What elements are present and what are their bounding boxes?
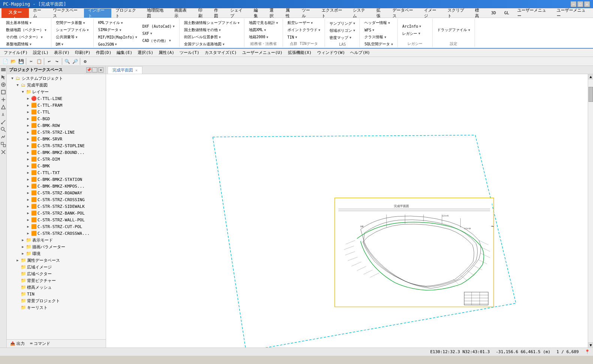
tree-c-bmk[interactable]: ▶ 🟧 C-BMK [7, 163, 105, 169]
scroll-thumb[interactable] [589, 87, 593, 102]
tree-c-ttl-txt[interactable]: ▶ 🟧 C-TTL-TXT [7, 169, 105, 176]
toggle-c-bmk-station[interactable]: ▶ [25, 177, 31, 182]
toggle-kansei[interactable]: ▼ [15, 82, 20, 88]
toggle-c-str-cut[interactable]: ▶ [25, 224, 31, 229]
tab-gl[interactable]: GL [500, 9, 513, 18]
tree-c-bmk-station[interactable]: ▶ 🟧 C-BMK-BMKZ-STATION [7, 176, 105, 183]
menu-usermenu[interactable]: ユーザーメニュー(U) [240, 49, 285, 57]
btn-class-info[interactable]: クラス情報 ▼ [362, 34, 395, 40]
toggle-c-str-stopline[interactable]: ▶ [25, 143, 31, 148]
toggle-c-bmk-row[interactable]: ▶ [25, 123, 31, 128]
tree-c-str-crossing[interactable]: ▶ 🟧 C-STR-STRZ-CROSSING [7, 196, 105, 203]
btn-other-vector[interactable]: その他（ベクター） ▼ [4, 34, 49, 40]
btn-chizu-xml[interactable]: 地図XML ▼ [247, 27, 280, 33]
toolbar-open[interactable]: 📂 [9, 58, 17, 65]
btn-sima[interactable]: SIMAデータ ▼ [96, 27, 139, 33]
left-icon-7[interactable]: A [0, 112, 6, 118]
left-icon-1[interactable] [0, 67, 6, 73]
left-icon-9[interactable] [0, 127, 6, 133]
toggle-c-bmk[interactable]: ▶ [25, 163, 31, 169]
tab-image[interactable]: イメージ [420, 9, 443, 18]
btn-output[interactable]: 📤 出力 [8, 340, 27, 347]
toolbar-redo[interactable]: ↪ [53, 58, 61, 65]
menu-extend[interactable]: 拡張機能(X) [286, 49, 314, 57]
btn-cad-other[interactable]: CAD（その他） ▼ [140, 37, 177, 44]
btn-kiban-chizu[interactable]: 基盤地図情報 ▼ [4, 41, 49, 48]
btn-tin[interactable]: TIN ▼ [285, 34, 323, 40]
tree-c-str-stopline[interactable]: ▶ 🟧 C-STR-STRZ-STOPLINE [7, 142, 105, 149]
toggle-c-bmk-kmpost[interactable]: ▶ [25, 183, 31, 189]
menu-help[interactable]: ヘルプ(H) [348, 49, 372, 57]
tab-gsi[interactable]: 地理院地図 [143, 9, 170, 18]
tab-start[interactable]: スタート [1, 8, 29, 18]
map-area[interactable]: 完成平面図 [106, 74, 593, 348]
tree-environment[interactable]: ▶ 📁 環境 [7, 250, 105, 257]
left-icon-10[interactable] [0, 134, 6, 141]
doc-tab-kansei[interactable]: 完成平面図 ✕ [108, 66, 142, 74]
btn-mif[interactable]: MIF/MID(MapInfo) ▼ [96, 34, 139, 40]
toggle-c-str-wall[interactable]: ▶ [25, 217, 31, 222]
toggle-c-str-line[interactable]: ▶ [25, 130, 31, 135]
menu-tools[interactable]: ツール(T) [177, 49, 202, 57]
menu-edit[interactable]: 編集(E) [114, 49, 135, 57]
tab-shape[interactable]: シェイプ [226, 9, 250, 18]
toolbar-gear[interactable]: ⚙ [81, 58, 89, 65]
tab-export[interactable]: エクスポート [317, 9, 349, 18]
scroll-up-btn[interactable]: ▲ [588, 74, 593, 79]
tab-import[interactable]: インポート [84, 9, 111, 18]
btn-wfs[interactable]: WFS ▼ [362, 27, 395, 33]
tab-user2[interactable]: ユーザーメニュー [553, 9, 592, 18]
tab-attr[interactable]: 属性 [282, 9, 298, 18]
panel-close[interactable]: ✕ [98, 67, 103, 73]
btn-shapefile[interactable]: シェープファイル ▼ [54, 27, 91, 33]
btn-sql-spatial[interactable]: SQL空間データ ▼ [362, 41, 395, 48]
toolbar-cut[interactable]: ✂ [27, 58, 35, 65]
tree-key-list[interactable]: ▶ 📁 キーリスト [7, 304, 105, 311]
toggle-c-bmk-bound[interactable]: ▶ [25, 150, 31, 155]
toggle-c-ttl-fram[interactable]: ▶ [25, 103, 31, 108]
tab-tools[interactable]: ツール [298, 9, 317, 18]
tree-c-str-wall[interactable]: ▶ 🟧 C-STR-STRZ-WALL-POL [7, 216, 105, 223]
toggle-c-str-roadway[interactable]: ▶ [25, 190, 31, 195]
btn-survey[interactable]: 公共測量等 ▼ [54, 34, 91, 40]
project-tree[interactable]: ▼ 🗂 システムプロジェクト ▼ 🗂 完成平面図 ▼ 📁 レイヤー ▶ [7, 74, 106, 339]
toolbar-save[interactable]: 💾 [17, 58, 25, 65]
toggle-c-str-sidewalk[interactable]: ▶ [25, 204, 31, 209]
tree-wide-image[interactable]: ▶ 📁 広域イメージ [7, 264, 105, 270]
tab-view[interactable]: 画面表示 [170, 9, 194, 18]
menu-window[interactable]: ウィンドウ(W) [315, 49, 347, 57]
v-scrollbar[interactable]: ▲ ▼ [588, 74, 593, 348]
tree-c-str-cut[interactable]: ▶ 🟧 C-STR-STRZ-CUT-POL [7, 223, 105, 230]
toggle-c-str-bank[interactable]: ▶ [25, 210, 31, 216]
left-icon-4[interactable] [0, 89, 6, 96]
btn-density-map[interactable]: 密度マップ ▼ [327, 34, 357, 41]
menu-file[interactable]: ファイル(F) [1, 49, 30, 57]
menu-select[interactable]: 選択(S) [135, 49, 156, 57]
tree-c-bmk-row[interactable]: ▶ 🟧 C-BMK-ROW [7, 122, 105, 129]
tree-elevation-mesh[interactable]: ▶ 📁 標高メッシュ [7, 284, 105, 291]
left-icon-12[interactable] [0, 149, 6, 156]
toggle-c-ttl[interactable]: ▶ [25, 109, 31, 115]
menu-view[interactable]: 表示(V) [52, 49, 72, 57]
tree-layer[interactable]: ▼ 📁 レイヤー [7, 88, 105, 95]
toolbar-undo[interactable]: ↩ [45, 58, 53, 65]
panel-pin[interactable]: 📌 [86, 67, 91, 73]
menu-attr[interactable]: 属性(A) [156, 49, 177, 57]
tree-c-ttl-fram[interactable]: ▶ 🟧 C-TTL-FRAM [7, 102, 105, 109]
toolbar-zoomin[interactable]: 🔍 [63, 58, 71, 65]
toggle-draw-params[interactable]: ▶ [20, 244, 25, 249]
tab-elevation[interactable]: 標高 [471, 9, 487, 18]
toggle-c-bgd[interactable]: ▶ [25, 116, 31, 121]
tree-wide-vector[interactable]: ▶ 📁 広域ベクター [7, 270, 105, 277]
left-icon-8[interactable] [0, 119, 6, 126]
tab-print[interactable]: 印刷 [194, 9, 210, 18]
tree-c-bmk-bound[interactable]: ▶ 🟧 C-BMK-BMKZ-BOUND... [7, 149, 105, 156]
toggle-c-str-dim[interactable]: ▶ [25, 157, 31, 162]
menu-draw[interactable]: 作図(D) [94, 49, 114, 57]
tree-c-bmk-srvr[interactable]: ▶ 🟧 C-BMK-SRVR [7, 136, 105, 142]
tree-kansei[interactable]: ▼ 🗂 完成平面図 [7, 82, 105, 88]
tab-user1[interactable]: ユーザーメニュー [513, 9, 552, 18]
toolbar-new[interactable]: 📄 [1, 58, 9, 65]
tab-database[interactable]: データベース [388, 9, 420, 18]
btn-kokudo-other[interactable]: 国土数値情報その他 ▼ [182, 27, 242, 33]
